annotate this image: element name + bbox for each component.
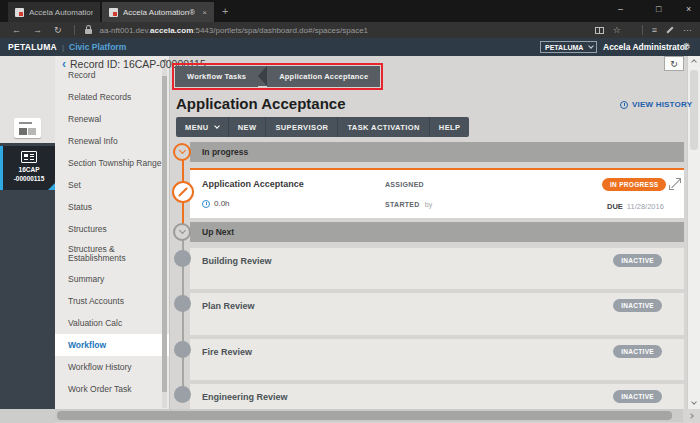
- task-hours: 0.0h: [202, 199, 230, 208]
- scrollbar-thumb[interactable]: [162, 76, 167, 392]
- record-tile-label: -00000115: [3, 175, 55, 182]
- due-date: DUE11/28/2016: [607, 202, 664, 211]
- page-horizontal-scrollbar[interactable]: [55, 409, 683, 422]
- inactive-task-node: [174, 250, 191, 267]
- task-card-building-review[interactable]: Building Review INACTIVE: [190, 248, 684, 289]
- due-value: 11/28/2016: [627, 202, 664, 211]
- inactive-task-node: [174, 386, 191, 403]
- divider: [74, 25, 75, 35]
- sidebar-item-work-order-task[interactable]: Work Order Task: [55, 378, 169, 400]
- agency-name: PETALUMA: [8, 42, 57, 52]
- assigned-label: ASSIGNED: [385, 181, 424, 188]
- sidebar-item-structures-establishments[interactable]: Structures & Establishments: [55, 240, 169, 268]
- view-history-link[interactable]: VIEW HISTORY: [620, 100, 692, 109]
- tab-title: Accela Automation®: [29, 8, 93, 17]
- record-tile-label: 16CAP: [3, 166, 55, 173]
- window-close-button[interactable]: ×: [686, 4, 691, 14]
- tab-title: Accela Automation®: [123, 8, 195, 17]
- tab-application-acceptance[interactable]: Application Acceptance: [267, 66, 380, 87]
- tab-label: Workflow Tasks: [187, 72, 246, 81]
- sidebar-item-workflow[interactable]: Workflow: [55, 334, 169, 356]
- page-refresh-button[interactable]: ↻: [664, 56, 684, 71]
- sidebar-item-structures[interactable]: Structures: [55, 218, 169, 240]
- section-header-in-progress[interactable]: In progress: [190, 142, 684, 162]
- task-card-application-acceptance[interactable]: Application Acceptance 0.0h ASSIGNED STA…: [190, 168, 684, 218]
- record-sidebar: Record Related Records Renewal Renewal I…: [55, 56, 170, 410]
- product-name: Civic Platform: [69, 42, 126, 52]
- sidebar-item-related-records[interactable]: Related Records: [55, 86, 169, 108]
- sidebar-item-workflow-history[interactable]: Workflow History: [55, 356, 169, 378]
- task-name: Engineering Review: [202, 392, 288, 402]
- web-note-icon[interactable]: [666, 26, 673, 33]
- up-next-collapse-icon[interactable]: [173, 223, 191, 241]
- scroll-down-icon[interactable]: [691, 399, 697, 405]
- favicon: [109, 8, 118, 17]
- new-tab-button[interactable]: +: [222, 5, 228, 17]
- inactive-task-node: [174, 341, 191, 358]
- browser-back-icon[interactable]: ←: [12, 25, 21, 35]
- clock-icon: [202, 200, 210, 208]
- sidebar-item-section-township-range[interactable]: Section Township Range: [55, 152, 169, 174]
- divider: [642, 25, 643, 35]
- sidebar-item-valuation-calc[interactable]: Valuation Calc: [55, 312, 169, 334]
- section-header-up-next[interactable]: Up Next: [190, 222, 684, 242]
- browser-tab-bar: Accela Automation® Accela Automation® × …: [0, 0, 700, 22]
- status-badge-inactive: INACTIVE: [613, 390, 662, 403]
- help-button[interactable]: HELP: [429, 117, 470, 137]
- task-card-fire-review[interactable]: Fire Review INACTIVE: [190, 339, 684, 380]
- app-rail: [0, 56, 55, 143]
- scroll-up-icon[interactable]: [691, 59, 697, 65]
- started-label: STARTEDby: [385, 201, 433, 208]
- supervisor-button[interactable]: SUPERVISOR: [265, 117, 337, 137]
- agency-select-dropdown[interactable]: PETALUMA: [540, 41, 597, 53]
- menu-button-label: MENU: [185, 123, 209, 132]
- browser-forward-icon[interactable]: →: [33, 25, 42, 35]
- gear-icon[interactable]: ⚙: [682, 41, 691, 52]
- new-button[interactable]: NEW: [228, 117, 266, 137]
- more-options-icon[interactable]: ···: [683, 25, 692, 35]
- sidebar-item-summary[interactable]: Summary: [55, 268, 169, 290]
- chevron-down-icon: [214, 123, 220, 129]
- back-chevron-icon[interactable]: ‹: [62, 57, 66, 71]
- browser-tab-active[interactable]: Accela Automation® ×: [102, 2, 214, 22]
- task-name: Application Acceptance: [202, 179, 304, 189]
- task-card-plan-review[interactable]: Plan Review INACTIVE: [190, 293, 684, 335]
- sidebar-scrollbar[interactable]: [162, 64, 167, 408]
- breadcrumb-arrow-icon: [258, 66, 267, 86]
- scrollbar-thumb[interactable]: [57, 411, 672, 420]
- started-by: by: [425, 201, 433, 208]
- record-tile-16cap[interactable]: 16CAP -00000115: [0, 146, 55, 190]
- tab-close-icon[interactable]: ×: [202, 8, 207, 17]
- url-path: :5443/portlets/spa/dashboard.do#/spaces/…: [193, 26, 368, 35]
- user-name: Accela Administrator: [603, 42, 688, 52]
- tab-workflow-tasks[interactable]: Workflow Tasks: [175, 66, 258, 87]
- hours-value: 0.0h: [214, 199, 230, 208]
- dashboard-card-icon[interactable]: [14, 118, 41, 138]
- workflow-toolbar: MENU NEW SUPERVISOR TASK ACTIVATION HELP: [176, 117, 469, 137]
- scroll-right-icon[interactable]: [688, 413, 694, 419]
- hub-icon[interactable]: ≡: [652, 25, 657, 35]
- window-minimize-button[interactable]: –: [618, 4, 623, 14]
- url-prefix: aa-nft001.dev.: [100, 26, 151, 35]
- scrollbar-corner: [683, 409, 700, 423]
- reading-view-icon[interactable]: [595, 27, 604, 34]
- window-maximize-button[interactable]: □: [656, 4, 661, 14]
- status-badge-inactive: INACTIVE: [613, 254, 662, 267]
- browser-refresh-icon[interactable]: ↻: [54, 25, 62, 35]
- scrollbar-thumb[interactable]: [690, 70, 698, 150]
- history-clock-icon: [620, 101, 628, 109]
- url-field[interactable]: aa-nft001.dev.accela.com:5443/portlets/s…: [100, 26, 369, 35]
- sidebar-item-renewal[interactable]: Renewal: [55, 108, 169, 130]
- sidebar-item-trust-accounts[interactable]: Trust Accounts: [55, 290, 169, 312]
- expand-icon[interactable]: [670, 179, 680, 189]
- sidebar-item-status[interactable]: Status: [55, 196, 169, 218]
- browser-tab-inactive[interactable]: Accela Automation®: [8, 2, 100, 22]
- browser-address-bar: ← → ↻ aa-nft001.dev.accela.com:5443/port…: [0, 22, 700, 38]
- sidebar-item-set[interactable]: Set: [55, 174, 169, 196]
- task-activation-button[interactable]: TASK ACTIVATION: [337, 117, 428, 137]
- status-badge-in-progress: IN PROGRESS: [602, 178, 666, 191]
- in-progress-collapse-icon[interactable]: [173, 143, 191, 161]
- menu-button[interactable]: MENU: [176, 117, 228, 137]
- favorites-star-icon[interactable]: ☆: [613, 25, 621, 35]
- sidebar-item-renewal-info[interactable]: Renewal Info: [55, 130, 169, 152]
